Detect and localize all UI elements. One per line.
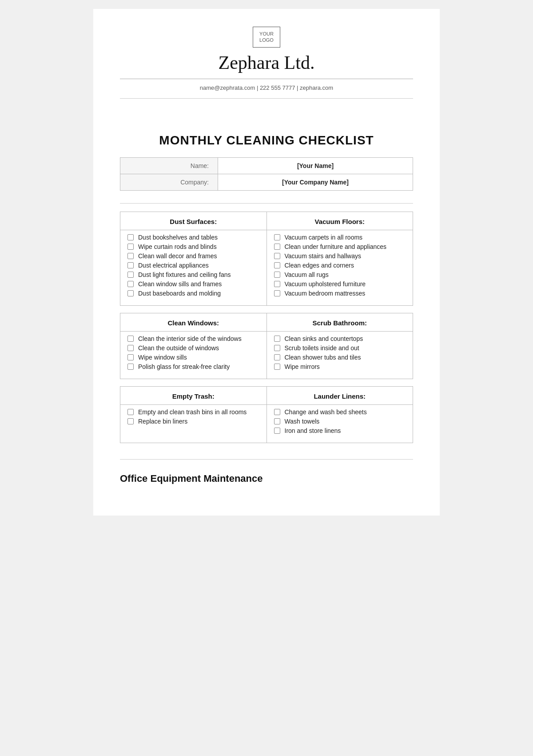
dust-items-col: Dust bookshelves and tables Wipe curtain… (120, 230, 267, 305)
checkbox[interactable] (127, 354, 134, 360)
company-value: [Your Company Name] (218, 174, 413, 190)
list-item: Empty and clean trash bins in all rooms (127, 408, 259, 416)
scrub-bathroom-header: Scrub Bathroom: (266, 313, 413, 331)
item-label: Dust bookshelves and tables (138, 234, 218, 241)
item-label: Dust light fixtures and ceiling fans (138, 271, 231, 278)
item-label: Polish glass for streak-free clarity (138, 363, 230, 370)
info-row-name: Name: [Your Name] (120, 157, 413, 174)
name-label: Name: (120, 157, 218, 174)
windows-bathroom-table: Clean Windows: Scrub Bathroom: Clean the… (120, 313, 413, 379)
list-item: Polish glass for streak-free clarity (127, 363, 259, 370)
checkbox[interactable] (274, 281, 280, 287)
item-label: Vacuum stairs and hallways (285, 252, 361, 260)
checkbox[interactable] (274, 234, 280, 240)
item-label: Clean sinks and countertops (285, 335, 363, 342)
dust-vacuum-items: Dust bookshelves and tables Wipe curtain… (120, 230, 413, 305)
checkbox[interactable] (127, 244, 134, 250)
list-item: Vacuum all rugs (274, 271, 406, 278)
list-item: Vacuum upholstered furniture (274, 280, 406, 288)
trash-items-col: Empty and clean trash bins in all rooms … (120, 404, 267, 443)
list-item: Clean wall decor and frames (127, 252, 259, 260)
vacuum-floors-header: Vacuum Floors: (266, 212, 413, 230)
empty-trash-header: Empty Trash: (120, 386, 267, 404)
list-item: Clean edges and corners (274, 262, 406, 269)
checkbox[interactable] (274, 336, 280, 342)
item-label: Clean window sills and frames (138, 280, 222, 288)
section-windows-bathroom: Clean Windows: Scrub Bathroom: Clean the… (120, 313, 413, 379)
contact-info: name@zephrata.com | 222 555 7777 | zepha… (200, 84, 333, 91)
item-label: Clean the outside of windows (138, 344, 219, 352)
vacuum-items-col: Vacuum carpets in all rooms Clean under … (266, 230, 413, 305)
dust-surfaces-header: Dust Surfaces: (120, 212, 267, 230)
list-item: Wipe mirrors (274, 363, 406, 370)
list-item: Vacuum carpets in all rooms (274, 234, 406, 241)
office-section-title: Office Equipment Maintenance (120, 473, 413, 484)
checkbox[interactable] (127, 418, 134, 424)
checkbox[interactable] (274, 290, 280, 296)
item-label: Iron and store linens (285, 427, 341, 434)
item-label: Clean the interior side of the windows (138, 335, 242, 342)
bathroom-items-col: Clean sinks and countertops Scrub toilet… (266, 331, 413, 379)
checkbox[interactable] (274, 418, 280, 424)
item-label: Dust electrical appliances (138, 262, 209, 269)
checkbox[interactable] (274, 253, 280, 259)
checkbox[interactable] (274, 272, 280, 278)
list-item: Dust baseboards and molding (127, 290, 259, 297)
list-item: Vacuum stairs and hallways (274, 252, 406, 260)
info-table: Name: [Your Name] Company: [Your Company… (120, 157, 413, 191)
launder-linens-header: Launder Linens: (266, 386, 413, 404)
item-label: Empty and clean trash bins in all rooms (138, 408, 247, 416)
list-item: Clean sinks and countertops (274, 335, 406, 342)
list-item: Dust bookshelves and tables (127, 234, 259, 241)
section-trash-linens: Empty Trash: Launder Linens: Empty and c… (120, 386, 413, 443)
checkbox[interactable] (127, 364, 134, 370)
header-divider2 (120, 98, 413, 99)
checkbox[interactable] (127, 281, 134, 287)
list-item: Clean under furniture and appliances (274, 243, 406, 250)
section-divider (120, 203, 413, 204)
windows-items-col: Clean the interior side of the windows C… (120, 331, 267, 379)
checkbox[interactable] (274, 428, 280, 434)
checkbox[interactable] (127, 272, 134, 278)
checkbox[interactable] (274, 262, 280, 268)
list-item: Replace bin liners (127, 418, 259, 425)
dust-vacuum-table: Dust Surfaces: Vacuum Floors: Dust books… (120, 212, 413, 306)
item-label: Scrub toilets inside and out (285, 344, 359, 352)
checkbox[interactable] (127, 253, 134, 259)
item-label: Vacuum all rugs (285, 271, 329, 278)
sections-wrapper: Dust Surfaces: Vacuum Floors: Dust books… (120, 212, 413, 450)
item-label: Change and wash bed sheets (285, 408, 367, 416)
list-item: Clean shower tubs and tiles (274, 354, 406, 361)
linens-items-col: Change and wash bed sheets Wash towels I… (266, 404, 413, 443)
windows-bathroom-items: Clean the interior side of the windows C… (120, 331, 413, 379)
checkbox[interactable] (274, 345, 280, 351)
list-item: Dust light fixtures and ceiling fans (127, 271, 259, 278)
checkbox[interactable] (127, 290, 134, 296)
checkbox[interactable] (127, 336, 134, 342)
checkbox[interactable] (274, 354, 280, 360)
item-label: Replace bin liners (138, 418, 187, 425)
checkbox[interactable] (274, 409, 280, 415)
logo-line2: LOGO (259, 37, 274, 43)
header-divider (120, 79, 413, 79)
item-label: Vacuum bedroom mattresses (285, 290, 366, 297)
checkbox[interactable] (274, 244, 280, 250)
checkbox[interactable] (127, 345, 134, 351)
item-label: Clean edges and corners (285, 262, 354, 269)
checkbox[interactable] (127, 234, 134, 240)
checkbox[interactable] (127, 409, 134, 415)
trash-linens-items: Empty and clean trash bins in all rooms … (120, 404, 413, 443)
section-dust-vacuum: Dust Surfaces: Vacuum Floors: Dust books… (120, 212, 413, 306)
checkbox[interactable] (274, 364, 280, 370)
list-item: Clean window sills and frames (127, 280, 259, 288)
item-label: Clean under furniture and appliances (285, 243, 387, 250)
name-value: [Your Name] (218, 157, 413, 174)
item-label: Wipe curtain rods and blinds (138, 243, 217, 250)
clean-windows-header: Clean Windows: (120, 313, 267, 331)
list-item: Scrub toilets inside and out (274, 344, 406, 352)
list-item: Wipe curtain rods and blinds (127, 243, 259, 250)
checkbox[interactable] (127, 262, 134, 268)
company-label: Company: (120, 174, 218, 190)
list-item: Dust electrical appliances (127, 262, 259, 269)
list-item: Vacuum bedroom mattresses (274, 290, 406, 297)
